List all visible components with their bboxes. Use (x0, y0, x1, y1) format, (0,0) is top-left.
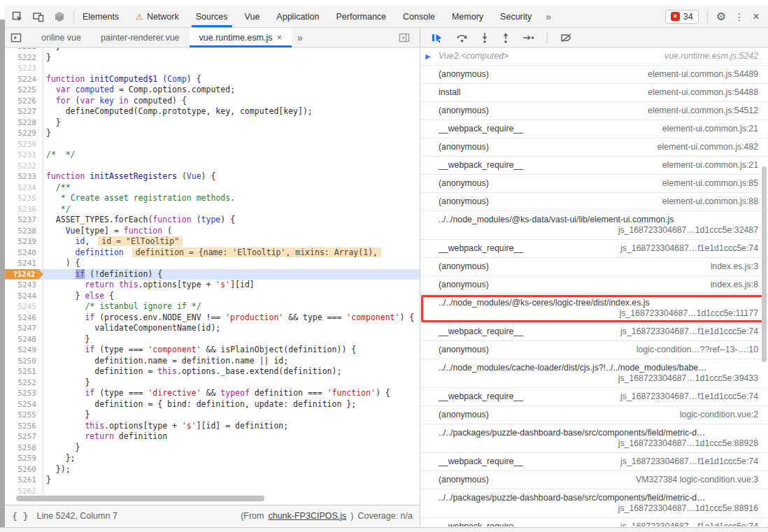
tab-network[interactable]: ⚠Network (134, 6, 180, 27)
line-number-gutter[interactable]: 5250 (5, 356, 43, 367)
line-number-gutter[interactable]: 5253 (5, 388, 43, 399)
call-stack-frame[interactable]: installelement-ui.common.js:54488 (420, 84, 768, 102)
call-stack-frame[interactable]: __webpack_require__js_168723304687…f1e1d… (420, 388, 768, 406)
file-tab-vue-runtime[interactable]: vue.runtime.esm.js × (190, 28, 292, 48)
line-number-gutter[interactable]: 5224 (5, 74, 43, 85)
line-number-gutter[interactable]: 5227 (5, 106, 43, 117)
console-drawer-edge[interactable] (0, 527, 768, 532)
call-stack-frame[interactable]: (anonymous)index.es.js:3 (420, 258, 768, 276)
tab-sources[interactable]: Sources (194, 6, 229, 27)
line-number-gutter[interactable]: 5243 (5, 280, 43, 291)
line-number-gutter[interactable]: 5234 (5, 182, 43, 194)
call-stack-frame[interactable]: (anonymous)element-ui.common.js:88 (420, 193, 768, 211)
call-stack-frame[interactable]: ../../node_modules/cache-loader/dist/cjs… (420, 359, 768, 388)
call-stack-frame[interactable]: (anonymous)element-ui.common.js:54512 (420, 102, 768, 120)
line-number-gutter[interactable]: 5229 (5, 128, 43, 139)
overflow-menu-icon[interactable]: ⋮ (734, 11, 744, 22)
call-stack-frame[interactable]: (anonymous)element-ui.common.js:54489 (420, 66, 768, 84)
step-into-button[interactable] (481, 32, 489, 43)
source-file-link[interactable]: chunk-FP3CIPOS.js (268, 511, 346, 521)
tab-memory[interactable]: Memory (450, 6, 485, 27)
call-stack-frame[interactable]: (anonymous)logic-condition…??ref--13-…:1… (420, 341, 768, 359)
line-number-gutter[interactable]: ?5242 (5, 269, 43, 280)
line-number-gutter[interactable]: 5237 (5, 215, 43, 226)
call-stack-frame[interactable]: ../../node_modules/@ks-ceres/logic-tree/… (420, 294, 768, 323)
toggle-navigator-icon[interactable] (10, 32, 22, 43)
line-number-gutter[interactable]: 5238 (5, 226, 43, 237)
tab-console[interactable]: Console (401, 6, 436, 27)
call-stack-frame[interactable]: (anonymous)index.es.js:8 (420, 276, 768, 294)
file-tab-online-vue[interactable]: online vue (31, 28, 91, 48)
line-number-gutter[interactable]: 5240 (5, 247, 43, 259)
line-number-gutter[interactable]: 5251 (5, 366, 43, 378)
more-file-tabs-icon[interactable]: » (297, 32, 303, 43)
callstack-scrollbar-thumb[interactable] (762, 166, 767, 362)
inspect-element-icon[interactable] (12, 11, 23, 22)
line-number-gutter[interactable]: 5225 (5, 85, 43, 96)
call-stack-frame[interactable]: (anonymous)logic-condition.vue:2 (420, 406, 768, 424)
device-toolbar-icon[interactable] (33, 11, 44, 22)
line-number-gutter[interactable]: 5241 (5, 258, 43, 269)
line-number-gutter[interactable]: 5232 (5, 161, 43, 172)
call-stack-frame[interactable]: ../../node_modules/@ks-data/vast-ui/lib/… (420, 211, 768, 240)
line-number-gutter[interactable]: 5261 (5, 475, 43, 486)
line-number-gutter[interactable]: 5235 (5, 193, 43, 204)
error-count-badge[interactable]: × 34 (665, 10, 699, 24)
line-number-gutter[interactable]: 5252 (5, 378, 43, 389)
vue-devtools-icon[interactable] (54, 11, 65, 22)
call-stack-frame[interactable]: ../../packages/puzzle-dashboard-base/src… (420, 424, 768, 453)
more-tabs-icon[interactable]: » (546, 11, 551, 22)
line-number-gutter[interactable]: 5233 (5, 171, 43, 182)
pretty-print-icon[interactable]: { } (12, 511, 28, 522)
line-number-gutter[interactable]: 5223 (5, 63, 43, 74)
line-number-gutter[interactable]: 5226 (5, 96, 43, 107)
line-number-gutter[interactable]: 5236 (5, 204, 43, 215)
tab-application[interactable]: Application (275, 6, 320, 27)
step-over-button[interactable] (456, 32, 468, 43)
page-scrollbar[interactable] (0, 20, 5, 532)
call-stack-frame[interactable]: __webpack_require__element-ui.common.js:… (420, 157, 768, 175)
line-number-gutter[interactable]: 5246 (5, 312, 43, 324)
deactivate-breakpoints-button[interactable] (560, 32, 573, 43)
call-stack-frame[interactable]: __webpack_require__js_168723304687…f1e1d… (420, 323, 768, 341)
line-number-gutter[interactable]: 5244 (5, 291, 43, 302)
close-tab-icon[interactable]: × (276, 32, 282, 43)
call-stack-frame[interactable]: (anonymous)element-ui.common.js:85 (420, 175, 768, 193)
tab-security[interactable]: Security (499, 6, 533, 27)
line-number-gutter[interactable]: 5248 (5, 334, 43, 345)
settings-gear-icon[interactable]: ⚙ (716, 10, 726, 23)
source-editor[interactable]: 5221 }5222}52235224function initComputed… (5, 48, 420, 505)
line-number-gutter[interactable]: 5258 (5, 443, 43, 454)
call-stack-frame[interactable]: __webpack_require__js_168723304687…f1e1d… (420, 453, 768, 471)
scrollbar-thumb[interactable] (16, 496, 264, 501)
step-out-button[interactable] (502, 32, 510, 43)
resume-script-button[interactable] (432, 32, 443, 43)
line-number-gutter[interactable]: 5255 (5, 410, 43, 421)
call-stack-frame[interactable]: __webpack_require__js_168723304687…f1e1d… (420, 518, 768, 526)
tab-elements[interactable]: Elements (81, 6, 120, 27)
call-stack-frame[interactable]: __webpack_require__js_168723304687…f1e1d… (420, 240, 768, 258)
line-number-gutter[interactable]: 5230 (5, 139, 43, 150)
call-stack-frame[interactable]: (anonymous)VM327384 logic-condition.vue:… (420, 471, 768, 489)
call-stack-frame[interactable]: (anonymous)element-ui.common.js:482 (420, 138, 768, 157)
toggle-debugger-sidebar-icon[interactable] (399, 32, 410, 43)
tab-vue[interactable]: Vue (243, 6, 262, 27)
line-number-gutter[interactable]: 5231 (5, 150, 43, 161)
line-number-gutter[interactable]: 5256 (5, 421, 43, 432)
line-number-gutter[interactable]: 5249 (5, 345, 43, 356)
line-number-gutter[interactable]: 5257 (5, 431, 43, 443)
line-number-gutter[interactable]: 5260 (5, 464, 43, 475)
line-number-gutter[interactable]: 5245 (5, 301, 43, 312)
tab-performance[interactable]: Performance (335, 6, 388, 27)
file-tab-painter-renderer[interactable]: painter-renderer.vue (91, 28, 190, 48)
call-stack-frame[interactable]: ▶Vue2.<computed>vue.runtime.esm.js:5242 (420, 48, 768, 66)
line-number-gutter[interactable]: 5254 (5, 399, 43, 410)
line-number-gutter[interactable]: 5259 (5, 453, 43, 464)
line-number-gutter[interactable]: 5239 (5, 236, 43, 247)
line-number-gutter[interactable]: 5222 (5, 52, 43, 64)
call-stack-frame[interactable]: __webpack_require__element-ui.common.js:… (420, 120, 768, 138)
close-devtools-icon[interactable]: × (753, 10, 760, 24)
call-stack-frame[interactable]: ../../packages/puzzle-dashboard-base/src… (420, 489, 768, 518)
step-button[interactable] (522, 32, 534, 43)
line-number-gutter[interactable]: 5247 (5, 323, 43, 334)
